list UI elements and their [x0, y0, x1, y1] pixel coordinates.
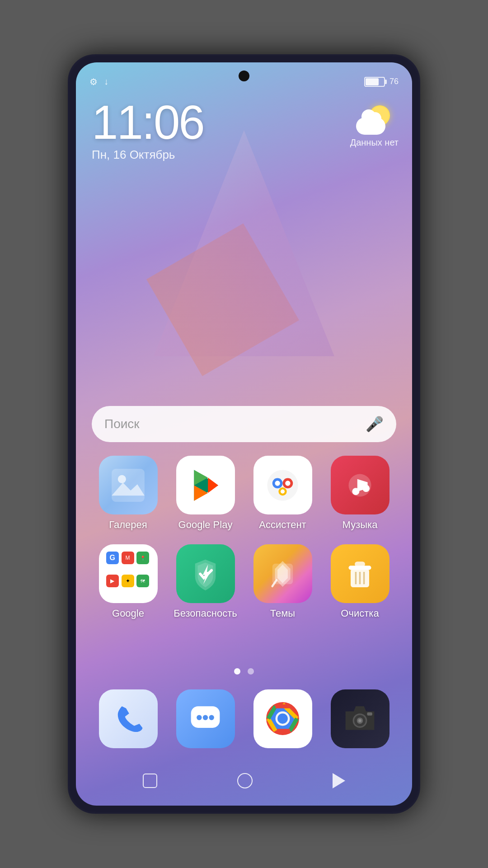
- svg-point-31: [209, 715, 214, 720]
- music-svg: [339, 465, 380, 506]
- svg-rect-0: [112, 469, 145, 502]
- battery-fill: [366, 78, 379, 85]
- nav-home-button[interactable]: [237, 773, 253, 788]
- play-svg: [185, 465, 226, 506]
- status-right-icons: 76: [364, 77, 399, 87]
- battery-icon: [364, 77, 385, 87]
- messages-svg: [185, 698, 226, 739]
- back-icon: [333, 773, 345, 788]
- security-icon: [176, 544, 235, 603]
- svg-rect-40: [367, 712, 372, 716]
- cleaner-label: Очистка: [341, 608, 379, 619]
- svg-rect-24: [355, 561, 365, 566]
- app-assistant[interactable]: Ассистент: [246, 456, 319, 531]
- phone-outer: ⚙ ↓ 76 11:06 Пн, 16 Октябрь Данных нет: [68, 54, 420, 814]
- google-grid: G M 📍 ▶ ✦ 🗺: [106, 552, 150, 596]
- assistant-label: Ассистент: [259, 519, 306, 531]
- recents-icon: [143, 774, 157, 788]
- phone-svg: [108, 698, 149, 739]
- themes-icon: [253, 544, 312, 603]
- svg-point-35: [277, 713, 288, 724]
- google-dot-4: ▶: [106, 575, 119, 587]
- music-icon: [331, 456, 389, 514]
- nav-bar: [76, 756, 412, 806]
- messages-app-icon: [176, 689, 235, 748]
- google-dot-5: ✦: [122, 575, 134, 587]
- dock-camera[interactable]: [324, 686, 396, 751]
- svg-point-13: [281, 489, 285, 493]
- camera-svg: [339, 698, 380, 739]
- weather-label: Данных нет: [350, 137, 399, 148]
- security-label: Безопасность: [174, 608, 237, 619]
- svg-point-39: [358, 719, 361, 722]
- themes-label: Темы: [270, 608, 295, 619]
- svg-point-16: [362, 485, 370, 492]
- app-themes[interactable]: Темы: [246, 544, 319, 619]
- cloud-icon: [356, 118, 385, 135]
- apps-grid: Галерея Google Play: [92, 456, 396, 619]
- google-folder-icon: G M 📍 ▶ ✦ 🗺: [99, 544, 158, 603]
- google-dot-3: 📍: [136, 552, 149, 564]
- chrome-app-icon: [253, 689, 312, 748]
- app-google[interactable]: G M 📍 ▶ ✦ 🗺 Google: [92, 544, 164, 619]
- weather-widget: Данных нет: [350, 103, 399, 148]
- search-placeholder: Поиск: [104, 417, 366, 431]
- clock-area: 11:06 Пн, 16 Октябрь: [92, 99, 204, 162]
- page-indicators: [234, 668, 254, 675]
- clock-date: Пн, 16 Октябрь: [92, 148, 204, 162]
- download-icon: ↓: [104, 76, 108, 87]
- cleaner-icon: [331, 544, 389, 603]
- page-dot-2[interactable]: [248, 668, 254, 675]
- svg-point-1: [118, 475, 126, 483]
- nav-recents-button[interactable]: [143, 774, 157, 788]
- weather-icon: [356, 103, 392, 135]
- page-dot-1[interactable]: [234, 668, 240, 675]
- dock-messages[interactable]: [169, 686, 242, 751]
- app-music[interactable]: Музыка: [324, 456, 396, 531]
- svg-point-15: [352, 488, 359, 495]
- gallery-svg: [108, 465, 149, 506]
- app-cleaner[interactable]: Очистка: [324, 544, 396, 619]
- gallery-icon: [99, 456, 158, 514]
- google-dot-1: G: [106, 552, 119, 564]
- dock: [92, 686, 396, 751]
- svg-point-11: [275, 481, 280, 486]
- search-bar[interactable]: Поиск 🎤: [92, 406, 396, 442]
- svg-point-12: [285, 481, 290, 486]
- status-left-icons: ⚙ ↓: [89, 76, 108, 87]
- mic-icon[interactable]: 🎤: [366, 415, 384, 433]
- clock-time: 11:06: [92, 99, 204, 146]
- battery-percent: 76: [389, 77, 399, 86]
- phone-app-icon: [99, 689, 158, 748]
- google-play-label: Google Play: [178, 519, 233, 531]
- camera-app-icon: [331, 689, 389, 748]
- cleaner-svg: [339, 553, 380, 594]
- chrome-svg: [262, 698, 303, 739]
- home-icon: [237, 773, 253, 788]
- dock-phone[interactable]: [92, 686, 164, 751]
- phone-screen: ⚙ ↓ 76 11:06 Пн, 16 Октябрь Данных нет: [76, 62, 412, 806]
- google-play-icon: [176, 456, 235, 514]
- nav-back-button[interactable]: [333, 773, 345, 788]
- app-security[interactable]: Безопасность: [169, 544, 242, 619]
- assistant-svg: [262, 465, 303, 506]
- assistant-icon: [253, 456, 312, 514]
- status-bar: ⚙ ↓ 76: [76, 62, 412, 94]
- google-dot-6: 🗺: [136, 575, 149, 587]
- settings-icon: ⚙: [89, 76, 98, 87]
- app-gallery[interactable]: Галерея: [92, 456, 164, 531]
- music-label: Музыка: [343, 519, 378, 531]
- svg-point-7: [267, 470, 298, 500]
- dock-chrome[interactable]: [246, 686, 319, 751]
- gallery-label: Галерея: [109, 519, 147, 531]
- google-dot-2: M: [122, 552, 134, 564]
- svg-point-29: [197, 715, 202, 720]
- security-svg: [185, 553, 226, 594]
- themes-svg: [262, 553, 303, 594]
- svg-point-30: [203, 715, 208, 720]
- svg-marker-6: [208, 477, 218, 493]
- app-google-play[interactable]: Google Play: [169, 456, 242, 531]
- google-label: Google: [112, 608, 144, 619]
